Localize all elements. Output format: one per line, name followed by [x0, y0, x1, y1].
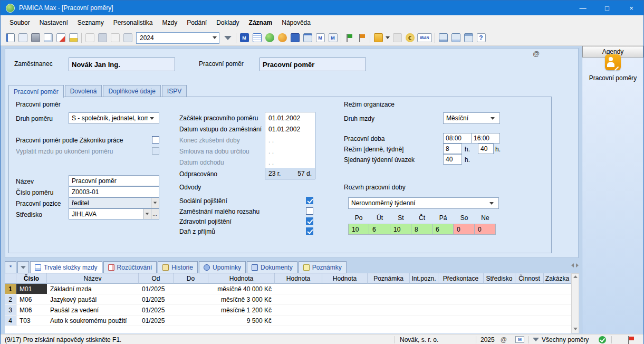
- status-ok-icon[interactable]: [599, 336, 606, 343]
- header-rownum[interactable]: [5, 273, 16, 284]
- cell-cislo[interactable]: T03: [16, 316, 47, 326]
- monitor-export-icon[interactable]: [437, 32, 449, 44]
- druh-pomeru-select[interactable]: S - společník, jednatel, koma: [69, 112, 159, 124]
- header-nazev[interactable]: Název: [47, 273, 139, 284]
- declaration-monitor-icon[interactable]: [301, 32, 314, 44]
- tab-ispv[interactable]: ISPV: [162, 85, 187, 97]
- rozvrh-select[interactable]: Nerovnoměrný týdenní: [348, 197, 499, 209]
- chevron-down-icon[interactable]: [148, 113, 156, 123]
- row-number[interactable]: 2: [5, 294, 16, 305]
- chevron-down-icon[interactable]: [487, 198, 496, 208]
- cell-do[interactable]: [174, 305, 208, 316]
- cell-do[interactable]: [174, 284, 208, 294]
- uvazek-field[interactable]: 40: [443, 154, 462, 165]
- cell-cislo[interactable]: M06: [16, 305, 47, 316]
- stredisko-ellipsis-button[interactable]: …: [151, 209, 159, 219]
- cell-nazev[interactable]: Jazykový paušál: [47, 294, 139, 305]
- discard-changes-icon[interactable]: [109, 32, 121, 44]
- row-number[interactable]: 3: [5, 305, 16, 316]
- doba-od-field[interactable]: 08:00: [443, 133, 472, 144]
- menu-personalistika[interactable]: Personalistika: [109, 16, 158, 29]
- zakonik-checkbox[interactable]: [152, 136, 159, 144]
- tab-scroll-right-icon[interactable]: [576, 263, 579, 267]
- cell-empty[interactable]: [275, 305, 571, 316]
- filter-lightning-icon[interactable]: [222, 32, 234, 44]
- cell-empty[interactable]: [275, 294, 571, 305]
- header-zakazka[interactable]: Zakázka: [544, 273, 571, 284]
- menu-soubor[interactable]: Soubor: [5, 16, 35, 29]
- pracovni-pozice-select[interactable]: ředitel: [69, 197, 159, 208]
- rezim-tydne-field[interactable]: 40: [478, 144, 494, 154]
- cell-empty[interactable]: [275, 316, 571, 326]
- header-cinnost[interactable]: Činnost: [515, 273, 544, 284]
- cell-hodnota[interactable]: 9 500 Kč: [208, 316, 275, 326]
- socialni-checkbox[interactable]: [306, 197, 313, 204]
- maly-rozsah-checkbox[interactable]: [306, 207, 313, 215]
- tab-dokumenty[interactable]: Dokumenty: [247, 261, 297, 273]
- monitor-communication-icon[interactable]: [462, 32, 475, 44]
- employee-field[interactable]: Novák Jan Ing.: [69, 58, 175, 71]
- cell-cislo[interactable]: M06: [16, 294, 47, 305]
- m-grid-icon[interactable]: M: [326, 32, 339, 44]
- employee-green-icon[interactable]: [263, 32, 276, 44]
- cell-nazev[interactable]: Auto k soukromému použití: [47, 316, 139, 326]
- scroll-down-icon[interactable]: [573, 328, 578, 330]
- header-intpozn[interactable]: Int.pozn.: [410, 273, 438, 284]
- tab-pracovni-pomer[interactable]: Pracovní poměr: [8, 85, 64, 98]
- insurance-icon[interactable]: [289, 32, 301, 44]
- tab-doplnkove-udaje[interactable]: Doplňkové údaje: [103, 85, 160, 97]
- maximize-button[interactable]: □: [595, 1, 619, 15]
- employee-orange-icon[interactable]: [276, 32, 289, 44]
- monitor-import-icon[interactable]: [449, 32, 462, 44]
- chevron-down-icon[interactable]: [488, 113, 497, 123]
- new-record-icon[interactable]: [83, 32, 96, 44]
- table-row[interactable]: 3 M06 Paušál za vedení 01/2025 měsíčně 1…: [5, 305, 571, 316]
- menu-zaznam[interactable]: Záznam: [244, 16, 277, 29]
- chevron-down-icon[interactable]: [151, 198, 159, 208]
- flag-green-icon[interactable]: [343, 32, 355, 44]
- tab-rozuctovani[interactable]: Rozúčtování: [103, 261, 157, 273]
- zdravotni-checkbox[interactable]: [306, 217, 313, 225]
- status-funnel-icon[interactable]: [533, 338, 539, 341]
- day-hours-cell[interactable]: 0: [454, 224, 475, 235]
- menu-nastaveni[interactable]: Nastavení: [35, 16, 73, 29]
- scroll-up-icon[interactable]: [573, 275, 578, 278]
- send-pdf-icon[interactable]: [67, 32, 80, 44]
- rezim-denne-field[interactable]: 8: [443, 144, 462, 154]
- cell-od[interactable]: 01/2025: [139, 305, 174, 316]
- dan-checkbox[interactable]: [306, 227, 313, 235]
- header-poznamka[interactable]: Poznámka: [368, 273, 410, 284]
- cell-hodnota[interactable]: měsíčně 3 000 Kč: [208, 294, 275, 305]
- header-hodnota-3[interactable]: Hodnota: [322, 273, 368, 284]
- day-hours-cell[interactable]: 10: [348, 224, 369, 235]
- nazev-input[interactable]: Pracovní poměr: [69, 175, 159, 186]
- euro-icon[interactable]: €: [403, 32, 416, 44]
- header-hodnota-2[interactable]: Hodnota: [275, 273, 322, 284]
- day-hours-cell[interactable]: 6: [369, 224, 390, 235]
- cell-cislo[interactable]: M01: [16, 284, 47, 294]
- tab-historie[interactable]: Historie: [158, 261, 198, 273]
- context-help-icon[interactable]: ?: [475, 32, 487, 44]
- payroll-grid-icon[interactable]: [251, 32, 263, 44]
- print-icon[interactable]: [29, 32, 42, 44]
- zacatek-date-field[interactable]: 01.01.2002: [265, 112, 315, 123]
- menu-podani[interactable]: Podání: [182, 16, 212, 29]
- druh-mzdy-select[interactable]: Měsíční: [443, 112, 500, 124]
- copy-record-icon[interactable]: [121, 32, 134, 44]
- copy-agenda-icon[interactable]: [16, 32, 29, 44]
- export-pdf-icon[interactable]: [54, 32, 67, 44]
- menu-mzdy[interactable]: Mzdy: [157, 16, 182, 29]
- chevron-down-icon[interactable]: [143, 209, 151, 219]
- status-flag-icon[interactable]: [627, 336, 635, 344]
- vstup-date-field[interactable]: 01.01.2002: [265, 123, 315, 135]
- tab-trvale-slozky-mzdy[interactable]: Trvalé složky mzdy: [30, 261, 102, 273]
- m-document-icon[interactable]: M: [314, 32, 326, 44]
- status-company[interactable]: Novák, s. r. o.: [400, 336, 438, 343]
- status-mail-icon[interactable]: M: [515, 336, 524, 343]
- cell-od[interactable]: 01/2025: [139, 294, 174, 305]
- iban-icon[interactable]: IBAN: [416, 32, 433, 44]
- day-hours-cell[interactable]: 0: [475, 224, 496, 235]
- filter-tab[interactable]: [17, 261, 29, 273]
- header-hodnota-1[interactable]: Hodnota: [208, 273, 275, 284]
- tab-upominky[interactable]: Upomínky: [199, 261, 246, 273]
